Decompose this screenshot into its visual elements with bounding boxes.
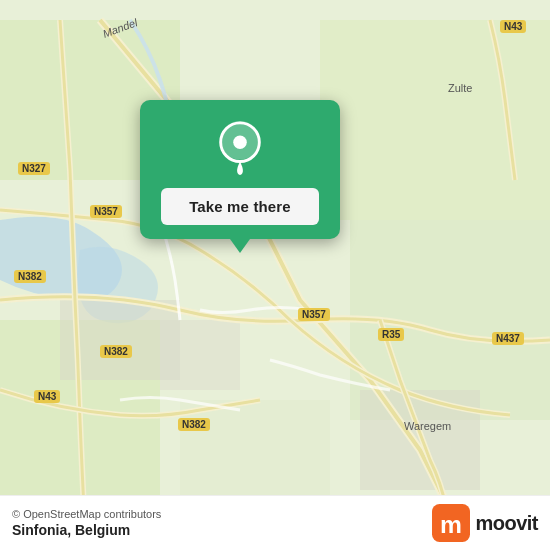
svg-point-11 [233, 135, 247, 149]
bottom-bar-left: © OpenStreetMap contributors Sinfonia, B… [12, 508, 161, 538]
popup-card: Take me there [140, 100, 340, 239]
moovit-text: moovit [475, 512, 538, 535]
osm-attribution: © OpenStreetMap contributors [12, 508, 161, 520]
moovit-icon: m [432, 504, 470, 542]
svg-rect-2 [320, 20, 550, 220]
take-me-there-button[interactable]: Take me there [161, 188, 319, 225]
popup-icon-area [140, 100, 340, 186]
svg-rect-7 [160, 320, 240, 390]
map-container: Zulte Waregem Mandel N43 N327 N357 N382 … [0, 0, 550, 550]
svg-text:m: m [440, 511, 462, 538]
map-background [0, 0, 550, 550]
moovit-logo: m moovit [432, 504, 538, 542]
location-pin-icon [214, 122, 266, 174]
location-name: Sinfonia, Belgium [12, 522, 161, 538]
bottom-bar: © OpenStreetMap contributors Sinfonia, B… [0, 495, 550, 550]
pin-svg [214, 119, 266, 177]
